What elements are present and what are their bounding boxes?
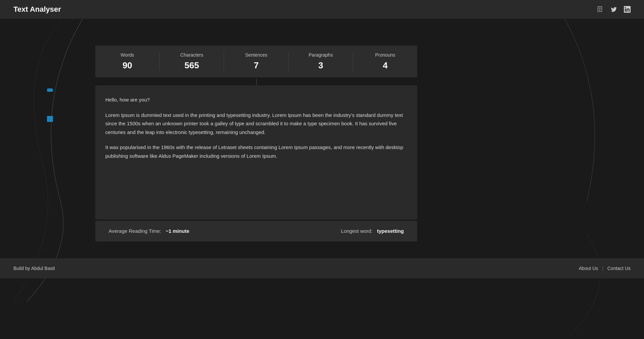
text-area[interactable]: Hello, how are you? Lorem Ipsum is dummi… <box>95 85 417 219</box>
header-icons <box>597 6 631 13</box>
words-label: Words <box>102 52 153 58</box>
stat-sentences: Sentences 7 <box>224 52 288 71</box>
text-content: Hello, how are you? Lorem Ipsum is dummi… <box>105 95 407 160</box>
words-value: 90 <box>102 60 153 71</box>
svg-rect-1 <box>47 116 53 122</box>
sentences-label: Sentences <box>231 52 281 58</box>
pronouns-value: 4 <box>360 60 411 71</box>
svg-rect-0 <box>47 88 53 92</box>
linkedin-icon[interactable] <box>624 6 631 13</box>
text-paragraph-3: It was popularised in the 1960s with the… <box>105 143 407 160</box>
divider <box>95 79 417 85</box>
paragraphs-label: Paragraphs <box>296 52 346 58</box>
sentences-value: 7 <box>231 60 281 71</box>
footer-links: About Us | Contact Us <box>579 266 631 271</box>
main-content: Words 90 Characters 565 Sentences 7 Para… <box>95 46 417 242</box>
contact-us-link[interactable]: Contact Us <box>607 266 631 271</box>
document-icon[interactable] <box>597 6 604 13</box>
pronouns-label: Pronouns <box>360 52 411 58</box>
header: Text Analyser <box>0 0 644 19</box>
footer-divider: | <box>602 266 603 271</box>
stats-bar: Words 90 Characters 565 Sentences 7 Para… <box>95 46 417 77</box>
app-title: Text Analyser <box>13 5 61 14</box>
twitter-icon[interactable] <box>610 6 617 13</box>
longest-word-container: Longest word: typesetting <box>341 228 404 234</box>
characters-value: 565 <box>166 60 217 71</box>
text-paragraph-2: Lorem Ipsum is dummied text used in the … <box>105 111 407 137</box>
longest-word-value: typesetting <box>377 228 404 234</box>
stat-paragraphs: Paragraphs 3 <box>288 52 353 71</box>
reading-time-label: Average Reading Time: <box>109 228 161 234</box>
info-bar: Average Reading Time: ~1 minute Longest … <box>95 221 417 242</box>
stat-characters: Characters 565 <box>159 52 224 71</box>
text-paragraph-1: Hello, how are you? <box>105 95 407 104</box>
reading-time-value: ~1 minute <box>166 228 189 234</box>
footer-build-text: Build by Abdul Basit <box>13 266 55 271</box>
about-us-link[interactable]: About Us <box>579 266 598 271</box>
paragraphs-value: 3 <box>296 60 346 71</box>
longest-word-label: Longest word: <box>341 228 372 234</box>
stat-words: Words 90 <box>95 52 159 71</box>
divider-line <box>256 79 257 85</box>
characters-label: Characters <box>166 52 217 58</box>
footer: Build by Abdul Basit About Us | Contact … <box>0 258 644 278</box>
stat-pronouns: Pronouns 4 <box>353 52 417 71</box>
reading-time-container: Average Reading Time: ~1 minute <box>109 228 189 234</box>
